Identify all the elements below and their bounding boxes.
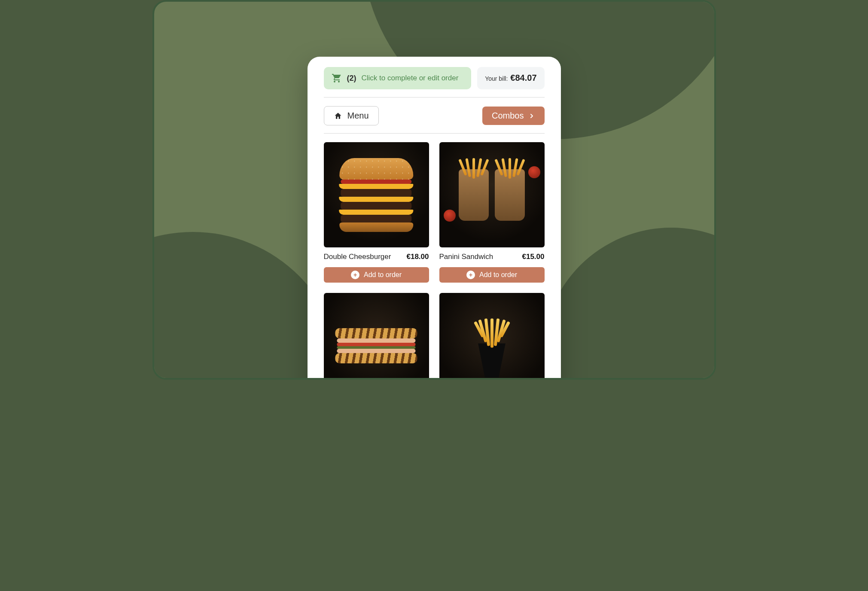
- product-grid: Double Cheesburger €18.00 + Add to order: [324, 142, 545, 380]
- product-card: [324, 293, 429, 380]
- combos-button[interactable]: Combos: [482, 107, 544, 125]
- divider: [324, 133, 545, 134]
- combos-button-label: Combos: [492, 111, 524, 121]
- product-price: €15.00: [522, 253, 545, 261]
- cart-icon: [332, 73, 342, 83]
- chevron-right-icon: [528, 113, 535, 119]
- cart-label: Click to complete or edit order: [362, 74, 459, 82]
- decorative-blob: [542, 228, 716, 380]
- add-button-label: Add to order: [364, 271, 402, 279]
- kiosk-screen: (2) Click to complete or edit order Your…: [308, 57, 561, 380]
- menu-button[interactable]: Menu: [324, 106, 379, 125]
- plus-icon: +: [351, 271, 359, 279]
- product-card: Panini Sandwich €15.00 + Add to order: [439, 142, 545, 283]
- bill-box: Your bill: €84.07: [477, 67, 544, 89]
- cart-count: (2): [347, 74, 356, 83]
- add-to-order-button[interactable]: + Add to order: [324, 267, 429, 283]
- demo-stage: (2) Click to complete or edit order Your…: [152, 0, 716, 380]
- divider: [324, 97, 545, 97]
- product-card: Double Cheesburger €18.00 + Add to order: [324, 142, 429, 283]
- add-to-order-button[interactable]: + Add to order: [439, 267, 545, 283]
- product-image[interactable]: [324, 293, 429, 380]
- bill-label: Your bill:: [485, 75, 508, 82]
- product-image[interactable]: [439, 142, 545, 247]
- product-image[interactable]: [324, 142, 429, 247]
- product-name: Double Cheesburger: [324, 253, 391, 261]
- add-button-label: Add to order: [479, 271, 517, 279]
- menu-button-label: Menu: [347, 111, 369, 121]
- bill-amount: €84.07: [510, 73, 536, 83]
- product-price: €18.00: [407, 253, 429, 261]
- home-icon: [334, 112, 342, 120]
- product-name: Panini Sandwich: [439, 253, 493, 261]
- cart-banner[interactable]: (2) Click to complete or edit order: [324, 67, 472, 89]
- product-image[interactable]: [439, 293, 545, 380]
- plus-icon: +: [466, 271, 475, 279]
- product-card: [439, 293, 545, 380]
